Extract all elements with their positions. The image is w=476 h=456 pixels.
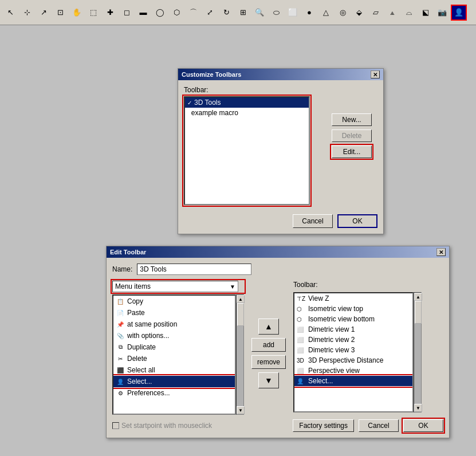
edit-toolbar-content: Name: Menu items ▼	[107, 258, 449, 438]
menu-item-select[interactable]: 👤 Select...	[113, 376, 235, 387]
toolbar-item-dimetric2[interactable]: ⬜ Dimetric view 2	[294, 335, 412, 345]
menu-item-select-all[interactable]: ⬛ Select all	[113, 364, 235, 376]
cross-icon[interactable]: ✚	[102, 5, 118, 21]
sphere-icon[interactable]: ●	[301, 5, 317, 21]
menu-items-listbox[interactable]: 📋 Copy 📄 Paste 📌 at same position	[112, 294, 236, 415]
edit-ok-button[interactable]: OK	[403, 419, 443, 432]
toolbar-item-iso-bottom[interactable]: ⬡ Isometric view bottom	[294, 314, 412, 324]
figure-icon[interactable]: 👤	[451, 5, 467, 21]
paste-opt-icon: 📎	[116, 331, 125, 340]
factory-settings-button[interactable]: Factory settings	[293, 419, 354, 432]
startpoint-checkbox[interactable]	[112, 422, 119, 429]
shapes-icon[interactable]: ◻	[119, 5, 135, 21]
menu-item-paste-pos[interactable]: 📌 at same position	[113, 319, 235, 330]
right-scroll-thumb[interactable]	[415, 301, 422, 324]
customize-dialog-close[interactable]: ✕	[371, 70, 380, 78]
up-arrow-button[interactable]: ▲	[258, 319, 279, 335]
pointer-icon[interactable]: ↗	[36, 5, 52, 21]
left-scroll-up[interactable]: ▲	[237, 295, 245, 303]
toolbar-item-macro[interactable]: example macro	[185, 108, 309, 118]
down-arrow-button[interactable]: ▼	[258, 372, 279, 388]
left-scrollbar[interactable]: ▲ ▼	[236, 294, 244, 415]
toolbar-items-label: Toolbar:	[293, 281, 422, 289]
rotate-icon[interactable]: ↻	[218, 5, 234, 21]
hand-icon[interactable]: ✋	[69, 5, 85, 21]
new-button[interactable]: New...	[332, 113, 372, 126]
menu-item-paste[interactable]: 📄 Paste	[113, 307, 235, 319]
toolbar-item-dimetric1[interactable]: ⬜ Dimetric view 1	[294, 324, 412, 335]
toolbar-item-persp-dist[interactable]: 3D 3D Perspective Distance	[294, 355, 412, 365]
torus-icon[interactable]: ◎	[335, 5, 351, 21]
paste-icon: 📄	[116, 308, 125, 317]
plane-icon[interactable]: ▱	[368, 5, 384, 21]
right-scrollbar[interactable]: ▲ ▼	[414, 292, 422, 412]
left-scroll-thumb[interactable]	[237, 303, 244, 326]
toolbar-item-persp-view[interactable]: ⬜ Perspective view	[294, 365, 412, 376]
name-input[interactable]	[137, 264, 251, 275]
cone-icon[interactable]: △	[318, 5, 334, 21]
toolbar-item-3dtools[interactable]: ✓ 3D Tools	[185, 97, 309, 108]
toolbar-listbox-wrapper: ⊤Z View Z ⬡ Isometric view top ⬡ Isometr…	[293, 292, 422, 412]
menu-item-copy[interactable]: 📋 Copy	[113, 296, 235, 307]
main-content-row: Menu items ▼ 📋 Copy 📄	[112, 281, 443, 415]
box-select-icon[interactable]: ⬚	[85, 5, 101, 21]
remove-button[interactable]: remove	[251, 355, 286, 369]
menu-items-dropdown-wrapper: Menu items ▼	[112, 281, 244, 292]
cube-icon[interactable]: ⬜	[285, 5, 301, 21]
scale-icon[interactable]: ⊞	[235, 5, 251, 21]
bend-icon[interactable]: ⌓	[401, 5, 417, 21]
cancel-button[interactable]: Cancel	[293, 214, 333, 228]
toolbar-item-viewz[interactable]: ⊤Z View Z	[294, 293, 412, 304]
camera-icon[interactable]: 📷	[434, 5, 450, 21]
delete-icon: ✂	[116, 354, 125, 363]
menu-items-dropdown[interactable]: Menu items ▼	[112, 281, 238, 292]
select-icon[interactable]: ⊹	[19, 5, 35, 21]
menu-listbox-wrapper: 📋 Copy 📄 Paste 📌 at same position	[112, 294, 244, 415]
menu-item-paste-opt[interactable]: 📎 with options...	[113, 330, 235, 341]
3d-move-icon[interactable]: ⟁	[384, 5, 400, 21]
polygon-icon[interactable]: ⬡	[168, 5, 184, 21]
ellipse-icon[interactable]: ◯	[152, 5, 168, 21]
toolbar-item-select[interactable]: 👤 Select...	[294, 376, 412, 386]
add-button[interactable]: add	[251, 338, 286, 352]
extrude-icon[interactable]: ⬕	[418, 5, 434, 21]
left-scroll-track	[237, 303, 243, 406]
customize-bottom-buttons: Cancel OK	[184, 211, 377, 228]
toolbar-row: ✓ 3D Tools example macro New... Delete E…	[184, 96, 377, 205]
toolbar-item-iso-top[interactable]: ⬡ Isometric view top	[294, 304, 412, 314]
customize-dialog-title: Customize Toolbars	[182, 71, 241, 78]
copy-icon: 📋	[116, 297, 125, 306]
edit-cancel-button[interactable]: Cancel	[359, 419, 399, 432]
edit-toolbar-close[interactable]: ✕	[436, 248, 446, 256]
dimetric2-icon: ⬜	[297, 337, 306, 343]
cylinder-icon[interactable]: ⬭	[268, 5, 284, 21]
toolbar-item-3dtools-label: 3D Tools	[194, 99, 221, 107]
rect-icon[interactable]: ▬	[135, 5, 151, 21]
preferences-icon: ⚙	[116, 388, 125, 398]
zoom-icon[interactable]: 🔍	[251, 5, 267, 21]
edit-toolbar-dialog: Edit Toolbar ✕ Name: Menu items ▼	[106, 246, 450, 438]
main-toolbar: ↖ ⊹ ↗ ⊡ ✋ ⬚ ✚ ◻ ▬ ◯ ⬡ ⌒ ⤢ ↻ ⊞ 🔍 ⬭ ⬜ ● △ …	[0, 0, 476, 25]
left-scroll-down[interactable]: ▼	[237, 406, 245, 414]
menu-item-preferences[interactable]: ⚙ Preferences...	[113, 387, 235, 399]
delete-button[interactable]: Delete	[332, 129, 372, 142]
toolbar-items-listbox[interactable]: ⊤Z View Z ⬡ Isometric view top ⬡ Isometr…	[293, 292, 414, 412]
customize-buttons: New... Delete Edit...	[332, 113, 372, 158]
lasso-icon[interactable]: ⊡	[52, 5, 68, 21]
ok-button[interactable]: OK	[337, 214, 377, 228]
surface-icon[interactable]: ⬙	[351, 5, 367, 21]
right-scroll-up[interactable]: ▲	[414, 293, 422, 301]
edit-button[interactable]: Edit...	[332, 146, 372, 158]
move-icon[interactable]: ⤢	[202, 5, 218, 21]
customize-toolbar-listbox[interactable]: ✓ 3D Tools example macro	[184, 96, 310, 205]
toolbar-select-icon: 👤	[297, 378, 306, 384]
toolbar-item-dimetric3[interactable]: ⬜ Dimetric view 3	[294, 345, 412, 355]
toolbar-label: Toolbar:	[184, 86, 377, 94]
curve-icon[interactable]: ⌒	[185, 5, 201, 21]
menu-item-delete[interactable]: ✂ Delete	[113, 353, 235, 364]
arrow-icon[interactable]: ↖	[2, 5, 18, 21]
right-scroll-down[interactable]: ▼	[414, 404, 422, 412]
paste-pos-icon: 📌	[116, 320, 125, 329]
edit-bottom-buttons: Factory settings Cancel OK	[293, 419, 443, 432]
menu-item-duplicate[interactable]: ⧉ Duplicate	[113, 341, 235, 353]
